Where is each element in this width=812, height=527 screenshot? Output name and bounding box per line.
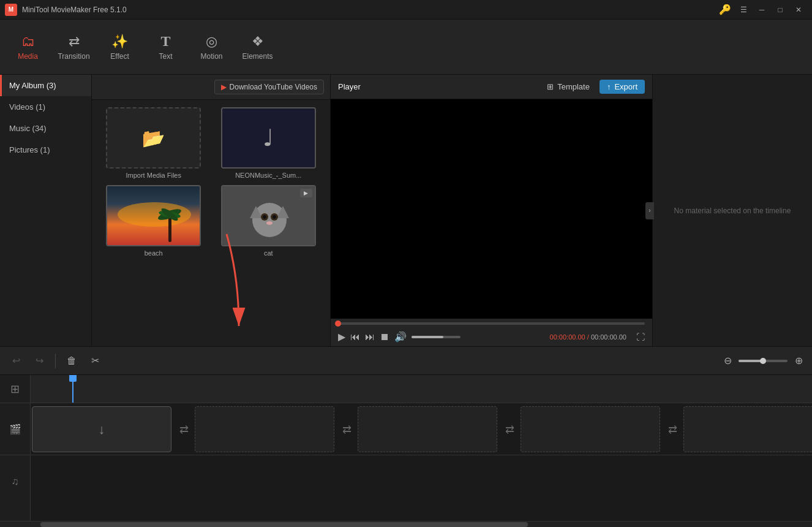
volume-btn[interactable]: 🔊 [394,331,407,343]
svg-point-10 [263,215,266,219]
timeline-body: ⊞ 🎬 ♫ [0,375,812,521]
titlebar: M MiniTool MovieMaker Free 5.1.0 🔑 ☰ ─ □… [0,0,812,20]
video-segment-2[interactable] [195,406,334,452]
playhead[interactable] [72,375,73,403]
video-track-label: 🎬 [0,403,30,455]
play-btn[interactable]: ▶ [338,331,345,343]
template-btn[interactable]: ⊞ Template [547,82,590,91]
zoom-fill [739,360,763,362]
sidebar-item-pictures[interactable]: Pictures (1) [0,139,91,161]
transition-3[interactable]: ⇄ [498,406,521,452]
audio-track [31,455,812,507]
toolbar-effect-label: Effect [110,52,129,61]
undo-btn[interactable]: ↩ [6,351,26,371]
toolbar-transition-label: Transition [58,52,89,61]
timeline-scrollbar[interactable] [0,521,812,527]
download-youtube-btn[interactable]: ▶ Download YouTube Videos [214,80,324,94]
zoom-out-btn[interactable]: ⊖ [720,354,735,368]
player-header: Player ⊞ Template ↑ Export [331,75,652,99]
media-panel: ▶ Download YouTube Videos 📂 Import Media… [92,75,331,346]
effect-icon: ✨ [111,34,128,50]
player-actions: ⊞ Template ↑ Export [547,80,645,94]
transition-2-icon: ⇄ [342,423,351,436]
timeline-tracks: ↓ ⇄ ⇄ ⇄ [31,375,812,521]
close-btn[interactable]: ✕ [790,4,807,16]
sidebar: My Album (3) Videos (1) Music (34) Pictu… [0,75,92,346]
video-segment-5[interactable] [683,406,812,452]
toolbar-motion-label: Motion [200,52,222,61]
zoom-knob [760,358,766,364]
media-icon: 🗂 [21,34,35,50]
toolbar: 🗂 Media ⇄ Transition ✨ Effect T Text ◎ M… [0,20,812,75]
transition-4-icon: ⇄ [668,423,677,436]
add-track-btn[interactable]: ⊞ [0,375,30,403]
beach-thumb [106,185,201,246]
scroll-thumb[interactable] [40,522,528,527]
sidebar-music-label: Music (34) [9,124,47,133]
timeline-track-labels: ⊞ 🎬 ♫ [0,375,31,521]
volume-fill [412,336,443,338]
delete-btn[interactable]: 🗑 [62,351,81,371]
media-item-neon-music[interactable]: ♩ NEONMusic_-_Sum... [214,107,323,179]
app-title: MiniTool MovieMaker Free 5.1.0 [22,6,719,14]
media-grid: 📂 Import Media Files ♩ NEONMusic_-_Sum..… [92,100,330,264]
cat-thumb: ▶ [221,185,316,246]
svg-point-5 [252,203,287,237]
minimize-btn[interactable]: ─ [753,4,770,16]
maximize-btn[interactable]: □ [772,4,789,16]
toolbar-elements[interactable]: ❖ Elements [235,23,280,72]
toolbar-effect[interactable]: ✨ Effect [97,23,143,72]
import-icon: 📂 [142,127,165,149]
export-icon: ↑ [607,82,611,91]
template-label: Template [557,82,590,91]
template-icon: ⊞ [547,82,554,91]
text-icon: T [160,33,170,50]
player-video [331,99,652,319]
next-frame-btn[interactable]: ⏭ [365,332,375,343]
sidebar-item-my-album[interactable]: My Album (3) [0,75,91,96]
redo-btn[interactable]: ↪ [29,351,49,371]
progress-bar[interactable] [338,322,645,325]
export-label: Export [614,82,637,91]
sidebar-item-videos[interactable]: Videos (1) [0,96,91,118]
timeline-ruler [31,375,812,403]
stop-btn[interactable]: ⏹ [380,332,389,343]
transition-1[interactable]: ⇄ [173,406,195,452]
import-thumb: 📂 [106,107,201,169]
youtube-icon: ▶ [221,83,227,91]
transition-4[interactable]: ⇄ [661,406,683,452]
transition-3-icon: ⇄ [505,423,514,436]
import-label: Import Media Files [126,172,181,179]
volume-slider[interactable] [412,336,461,338]
zoom-slider[interactable] [739,360,788,362]
zoom-in-btn[interactable]: ⊕ [791,354,806,368]
video-segment-1[interactable]: ↓ [32,406,171,452]
media-item-import[interactable]: 📂 Import Media Files [99,107,208,179]
export-btn[interactable]: ↑ Export [600,80,645,94]
prev-frame-btn[interactable]: ⏮ [350,332,360,343]
player-tab[interactable]: Player [338,82,361,91]
window-controls: ☰ ─ □ ✕ [735,4,807,16]
media-item-cat[interactable]: ▶ [214,185,323,257]
toolbar-media[interactable]: 🗂 Media [5,23,51,72]
video-segment-3[interactable] [358,406,497,452]
fullscreen-btn[interactable]: ⛶ [636,332,645,342]
transition-1-icon: ⇄ [179,423,189,436]
progress-knob[interactable] [335,320,341,327]
cat-label: cat [264,249,273,257]
toolbar-motion[interactable]: ◎ Motion [189,23,235,72]
toolbar-text[interactable]: T Text [143,23,189,72]
cut-btn[interactable]: ✂ [85,351,105,371]
app: 🗂 Media ⇄ Transition ✨ Effect T Text ◎ M… [0,20,812,527]
audio-track-label: ♫ [0,455,30,507]
toolbar-transition[interactable]: ⇄ Transition [51,23,97,72]
player-progress[interactable] [331,319,652,327]
video-segment-4[interactable] [521,406,660,452]
panel-collapse-btn[interactable]: › [645,202,654,219]
toolbar-elements-label: Elements [242,52,273,61]
media-item-beach[interactable]: beach [99,185,208,257]
sidebar-item-music[interactable]: Music (34) [0,118,91,139]
right-panel: › No material selected on the timeline [653,75,812,346]
menu-btn[interactable]: ☰ [735,4,752,16]
transition-2[interactable]: ⇄ [336,406,358,452]
